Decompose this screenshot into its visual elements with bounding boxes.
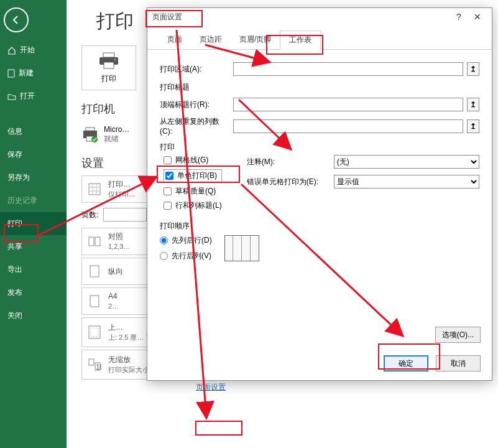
sidebar-item-saveas[interactable]: 另存为: [0, 166, 67, 189]
svg-rect-16: [89, 359, 94, 365]
sidebar-item-share[interactable]: 共享: [0, 235, 67, 258]
checkbox-headings[interactable]: 行和列标题(L): [164, 200, 222, 211]
sheet-icon: [86, 182, 103, 196]
tab-header-footer[interactable]: 页眉/页脚: [231, 30, 280, 49]
sidebar-item-publish[interactable]: 发布: [0, 281, 67, 304]
svg-rect-0: [8, 70, 14, 77]
svg-rect-13: [90, 296, 99, 307]
sidebar-item-home[interactable]: 开始: [0, 39, 67, 62]
dialog-titlebar: 页面设置 ? ✕: [147, 8, 492, 26]
sidebar-item-label: 另存为: [7, 172, 30, 183]
help-button[interactable]: ?: [450, 12, 468, 22]
printer-status: 就绪: [104, 134, 129, 144]
dialog-tabs: 页面 页边距 页眉/页脚 工作表: [147, 26, 492, 50]
errors-select[interactable]: 显示值: [334, 175, 479, 189]
sidebar-item-label: 打开: [20, 91, 35, 101]
open-icon: [7, 93, 16, 100]
print-titles-heading: 打印标题: [160, 82, 479, 93]
radio-down-then-over[interactable]: 先列后行(D): [160, 235, 212, 246]
checkbox-gridlines[interactable]: 网格线(G): [164, 155, 222, 166]
print-area-label: 打印区域(A):: [160, 64, 229, 75]
dialog-title: 页面设置: [152, 12, 182, 22]
left-cols-label: 从左侧重复的列数(C):: [160, 116, 229, 136]
order-preview-icon: [224, 235, 259, 261]
page-setup-dialog: 页面设置 ? ✕ 页面 页边距 页眉/页脚 工作表 打印区域(A): ↥ 打印标…: [147, 7, 492, 381]
svg-text:100: 100: [96, 363, 101, 371]
sidebar-item-info[interactable]: 信息: [0, 120, 67, 143]
checkbox-draft[interactable]: 草稿质量(Q): [164, 186, 222, 197]
print-button[interactable]: 打印: [81, 45, 136, 90]
range-picker-icon[interactable]: ↥: [467, 98, 479, 111]
portrait-icon: [86, 265, 103, 278]
sidebar-item-label: 导出: [7, 264, 22, 275]
tab-sheet[interactable]: 工作表: [280, 30, 321, 50]
sidebar-item-label: 新建: [19, 68, 34, 78]
backstage-sidebar: 开始 新建 打开 信息 保存 另存为 历史记录 打印 共享 导出 发布 关闭: [0, 0, 67, 448]
copies-label: 页数:: [81, 210, 98, 220]
sidebar-item-label: 历史记录: [7, 195, 37, 206]
svg-rect-3: [104, 62, 114, 68]
svg-rect-12: [90, 266, 99, 277]
printer-name: Micro…: [104, 125, 129, 134]
sidebar-item-label: 开始: [20, 45, 35, 55]
page-from-input[interactable]: [103, 208, 147, 222]
svg-rect-9: [89, 184, 100, 195]
errors-label: 错误单元格打印为(E):: [247, 177, 328, 187]
print-section-heading: 打印: [160, 142, 479, 152]
checkbox-black-white[interactable]: 单色打印(B): [164, 169, 222, 182]
svg-rect-6: [86, 128, 95, 131]
range-picker-icon[interactable]: ↥: [467, 119, 479, 133]
top-rows-input[interactable]: [233, 98, 463, 111]
sidebar-item-print[interactable]: 打印: [0, 212, 67, 235]
comments-label: 注释(M):: [247, 157, 328, 167]
sidebar-item-history[interactable]: 历史记录: [0, 189, 67, 212]
order-heading: 打印顺序: [160, 221, 479, 231]
top-rows-label: 顶端标题行(R):: [160, 100, 229, 110]
svg-point-4: [114, 58, 116, 60]
svg-rect-1: [103, 53, 114, 57]
tab-margins[interactable]: 页边距: [191, 30, 231, 49]
cancel-button[interactable]: 取消: [436, 355, 481, 371]
comments-select[interactable]: (无): [334, 155, 479, 169]
left-cols-input[interactable]: [233, 119, 463, 133]
scaling-icon: 100: [86, 358, 103, 371]
range-picker-icon[interactable]: ↥: [467, 62, 479, 76]
printer-icon: [98, 52, 119, 70]
svg-rect-10: [89, 237, 94, 246]
page-icon: [86, 295, 103, 307]
sidebar-item-save[interactable]: 保存: [0, 143, 67, 166]
home-icon: [7, 46, 16, 55]
back-button[interactable]: [4, 7, 29, 32]
options-button[interactable]: 选项(O)...: [435, 327, 481, 343]
sidebar-item-label: 打印: [7, 218, 22, 229]
printer-status-icon: [81, 127, 99, 143]
page-setup-link[interactable]: 页面设置: [81, 382, 226, 393]
margins-icon: [86, 325, 103, 339]
collate-icon: [86, 235, 103, 248]
tab-page[interactable]: 页面: [159, 30, 191, 49]
sidebar-item-export[interactable]: 导出: [0, 258, 67, 281]
sidebar-item-label: 信息: [7, 126, 22, 137]
svg-rect-11: [95, 237, 100, 246]
sidebar-item-label: 关闭: [7, 310, 22, 321]
sidebar-item-close[interactable]: 关闭: [0, 304, 67, 327]
sidebar-item-new[interactable]: 新建: [0, 62, 67, 85]
ok-button[interactable]: 确定: [384, 355, 428, 371]
sidebar-item-label: 保存: [7, 149, 22, 160]
close-button[interactable]: ✕: [468, 12, 487, 22]
sidebar-item-label: 发布: [7, 287, 22, 298]
print-button-label: 打印: [101, 73, 116, 84]
print-area-input[interactable]: [233, 62, 463, 76]
radio-over-then-down[interactable]: 先行后列(V): [160, 251, 212, 261]
sidebar-item-open[interactable]: 打开: [0, 85, 67, 108]
sidebar-item-label: 共享: [7, 241, 22, 252]
new-icon: [7, 69, 15, 78]
